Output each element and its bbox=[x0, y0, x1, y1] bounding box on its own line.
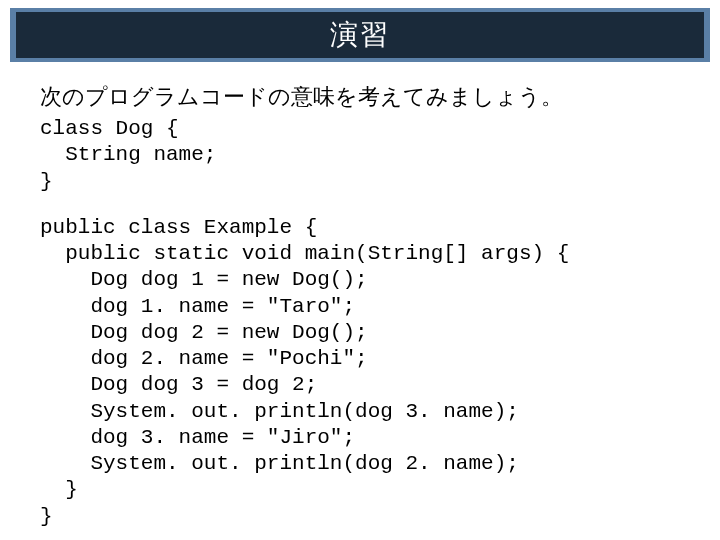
slide-title-bar: 演習 bbox=[10, 8, 710, 62]
slide-title-inner: 演習 bbox=[16, 12, 704, 58]
code-block-1: class Dog { String name; } bbox=[40, 116, 680, 195]
code-block-2: public class Example { public static voi… bbox=[40, 215, 680, 530]
slide-content: 次のプログラムコードの意味を考えてみましょう。 class Dog { Stri… bbox=[0, 62, 720, 530]
slide-subtitle: 次のプログラムコードの意味を考えてみましょう。 bbox=[40, 82, 680, 112]
slide-title: 演習 bbox=[330, 16, 390, 54]
